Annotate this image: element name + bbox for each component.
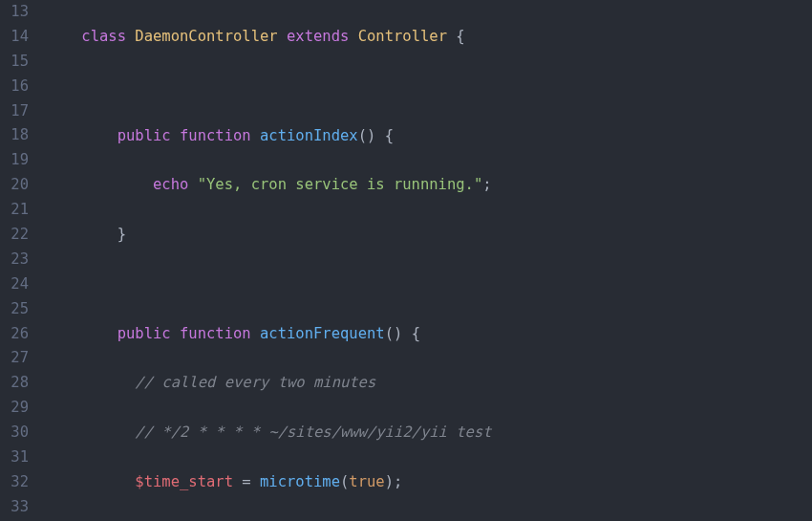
code-content[interactable]: class DaemonController extends Controlle… <box>46 0 812 521</box>
line-number: 24 <box>0 272 29 297</box>
keyword-extends: extends <box>287 28 349 45</box>
keyword-class: class <box>81 28 126 45</box>
line-number: 14 <box>0 25 29 50</box>
paren: ) <box>385 473 394 490</box>
code-line: } <box>46 223 812 248</box>
line-number: 15 <box>0 50 29 75</box>
code-line: $time_start = microtime(true); <box>46 470 812 495</box>
line-number: 20 <box>0 173 29 198</box>
line-number: 16 <box>0 75 29 99</box>
line-number: 13 <box>0 0 29 25</box>
line-number: 31 <box>0 445 29 470</box>
line-number: 22 <box>0 223 29 248</box>
line-number: 30 <box>0 421 29 445</box>
line-number: 21 <box>0 198 29 223</box>
variable: $time_start <box>135 473 233 490</box>
keyword-public: public <box>118 325 171 342</box>
code-line: // called every two minutes <box>46 371 812 396</box>
keyword-function: function <box>180 325 251 342</box>
bool: true <box>349 473 384 490</box>
line-number: 26 <box>0 322 29 347</box>
keyword-function: function <box>180 127 251 144</box>
line-number: 32 <box>0 470 29 495</box>
op: = <box>242 473 250 490</box>
parens: () <box>358 127 376 144</box>
class-name: Controller <box>358 28 447 45</box>
line-gutter: 13 14 15 16 17 18 19 20 21 22 23 24 25 2… <box>0 0 46 521</box>
brace: { <box>385 127 394 144</box>
line-number: 25 <box>0 297 29 322</box>
semi: ; <box>482 176 491 193</box>
code-line: // */2 * * * * ~/sites/www/yii2/yii test <box>46 421 812 445</box>
keyword-echo: echo <box>153 176 188 193</box>
function-name: actionFrequent <box>260 325 385 342</box>
comment: // called every two minutes <box>135 374 375 391</box>
brace: { <box>412 325 420 342</box>
line-number: 29 <box>0 396 29 421</box>
function-name: actionIndex <box>260 127 358 144</box>
line-number: 28 <box>0 371 29 396</box>
code-line <box>46 75 812 99</box>
semi: ; <box>394 473 402 490</box>
line-number: 23 <box>0 248 29 272</box>
parens: () <box>385 325 403 342</box>
brace: { <box>456 28 464 45</box>
comment: // */2 * * * * ~/sites/www/yii2/yii test <box>135 423 491 441</box>
class-name: DaemonController <box>135 28 277 45</box>
code-editor: 13 14 15 16 17 18 19 20 21 22 23 24 25 2… <box>0 0 812 521</box>
code-line: public function actionFrequent() { <box>46 322 812 347</box>
code-line: class DaemonController extends Controlle… <box>46 25 812 50</box>
code-line: echo "Yes, cron service is runnning."; <box>46 173 812 198</box>
code-line <box>46 272 812 297</box>
line-number: 18 <box>0 123 29 148</box>
string: "Yes, cron service is runnning." <box>198 176 483 193</box>
line-number: 19 <box>0 148 29 173</box>
brace: } <box>118 226 126 243</box>
line-number: 33 <box>0 495 29 520</box>
line-number: 27 <box>0 346 29 371</box>
code-line: public function actionIndex() { <box>46 124 812 149</box>
keyword-public: public <box>118 127 171 144</box>
paren: ( <box>340 473 349 490</box>
line-number: 17 <box>0 99 29 124</box>
call: microtime <box>260 473 340 490</box>
